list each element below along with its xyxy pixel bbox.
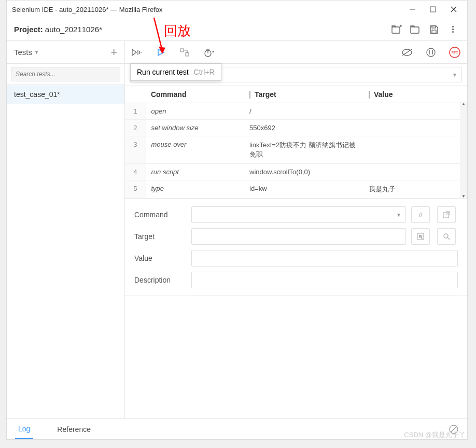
pause-on-exceptions-button[interactable] [424,45,438,60]
cell-target: / [244,103,363,120]
open-project-button[interactable] [408,22,423,37]
table-row[interactable]: 2set window size550x692 [125,120,467,136]
command-select[interactable]: ▼ [191,206,406,223]
find-target-button[interactable] [437,228,456,245]
col-target[interactable]: Target [244,86,363,103]
scrollbar[interactable]: ▲▼ [460,102,467,199]
maximize-button[interactable] [423,2,443,17]
svg-rect-15 [180,49,184,52]
cell-target: window.scrollTo(0,0) [244,164,363,180]
record-button[interactable]: REC [447,45,462,60]
cell-command: type [146,180,244,199]
tab-log[interactable]: Log [15,419,33,439]
cell-value [363,136,467,164]
col-command[interactable]: Command [146,86,244,103]
cell-command: set window size [146,120,244,136]
more-menu-button[interactable] [445,22,460,37]
table-row[interactable]: 4run scriptwindow.scrollTo(0,0) [125,164,467,180]
test-item[interactable]: test_case_01* [7,85,124,104]
svg-text:REC: REC [452,51,458,54]
project-name: auto_20211026* [45,25,102,34]
row-number: 2 [125,120,146,136]
tests-label: Tests [14,48,32,57]
tooltip-text: Run current test [137,68,189,76]
table-row[interactable]: 1open/ [125,103,467,120]
svg-point-33 [444,234,448,238]
target-input[interactable] [191,228,406,245]
toggle-comment-button[interactable]: // [411,206,430,223]
svg-rect-4 [392,27,400,33]
run-all-button[interactable] [130,45,145,60]
step-button[interactable] [178,45,192,60]
command-table: Command Target Value 1open/2set window s… [125,86,467,199]
chevron-down-icon: ▾ [35,49,38,55]
svg-line-30 [446,212,450,215]
save-project-button[interactable] [427,22,441,37]
search-input[interactable] [11,67,120,81]
speed-button[interactable]: ▾ [202,45,216,60]
row-number: 5 [125,180,146,199]
cell-target: 550x692 [244,120,363,136]
value-label: Value [134,254,186,262]
svg-marker-10 [132,49,136,55]
run-current-button[interactable]: Run current test Ctrl+R [154,45,169,60]
svg-rect-8 [432,30,436,33]
svg-rect-1 [430,7,436,12]
row-number: 4 [125,164,146,180]
svg-point-24 [427,48,435,57]
svg-rect-9 [432,26,436,28]
cell-target: linkText=2防疫不力 额济纳旗书记被免职 [244,136,363,164]
cell-command: open [146,103,244,120]
cell-value [363,164,467,180]
search-box [7,64,124,85]
test-list: test_case_01* [7,85,124,418]
target-label: Target [134,232,186,241]
svg-text:▾: ▾ [212,49,214,54]
description-label: Description [134,276,186,284]
row-number: 3 [125,136,146,164]
content-area: Run current test Ctrl+R ▾ [125,41,467,418]
new-project-button[interactable] [389,22,404,37]
bottom-tabs: Log Reference [7,418,467,439]
cell-command: mouse over [146,136,244,164]
row-number: 1 [125,103,146,120]
cell-target: id=kw [244,180,363,199]
svg-marker-17 [186,51,189,53]
value-input[interactable] [191,250,458,267]
toolbar: Run current test Ctrl+R ▾ [125,41,467,64]
project-bar: Project: auto_20211026* [7,18,467,41]
table-header-row: Command Target Value [125,86,467,103]
command-label: Command [134,211,186,219]
description-input[interactable] [191,272,458,288]
minimize-button[interactable] [402,2,423,17]
cell-value: 我是丸子 [363,180,467,199]
command-editor: Command ▼ // Target Value Description [125,199,467,296]
cell-command: run script [146,164,244,180]
svg-rect-7 [411,27,419,33]
select-target-button[interactable] [411,228,430,245]
cell-value [363,103,467,120]
svg-marker-14 [158,49,164,55]
app-window: Selenium IDE - auto_20211026* — Mozilla … [6,0,468,440]
table-row[interactable]: 5typeid=kw我是丸子 [125,180,467,199]
svg-rect-16 [186,53,189,56]
tooltip: Run current test Ctrl+R [130,63,221,81]
svg-marker-32 [419,235,423,239]
disable-breakpoints-button[interactable] [400,45,414,60]
command-table-wrap: Command Target Value 1open/2set window s… [125,86,467,199]
window-title: Selenium IDE - auto_20211026* — Mozilla … [12,6,162,13]
tooltip-shortcut: Ctrl+R [194,68,215,76]
cell-value [363,120,467,136]
table-row[interactable]: 3mouse overlinkText=2防疫不力 额济纳旗书记被免职 [125,136,467,164]
add-test-button[interactable]: + [110,46,117,59]
sidebar: Tests ▾ + test_case_01* [7,41,125,418]
svg-line-34 [447,237,450,240]
col-value[interactable]: Value [363,86,467,103]
watermark: CSDN @我是丸子丫 [404,430,466,440]
close-button[interactable] [443,2,464,17]
project-label: Project: [14,25,43,34]
open-docs-button[interactable] [437,206,456,223]
tab-reference[interactable]: Reference [54,420,94,439]
tests-dropdown[interactable]: Tests ▾ + [7,41,124,64]
titlebar: Selenium IDE - auto_20211026* — Mozilla … [7,1,467,18]
